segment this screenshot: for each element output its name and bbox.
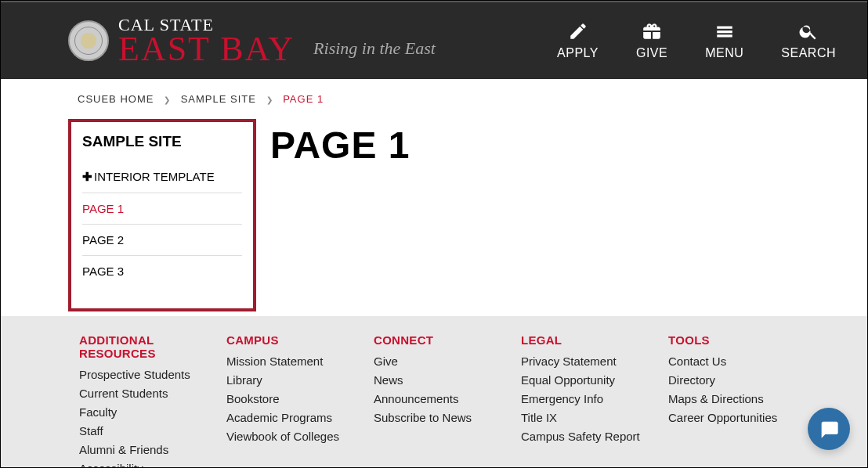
- tagline: Rising in the East: [313, 38, 436, 59]
- chat-icon: [818, 418, 840, 440]
- footer-link[interactable]: Announcements: [374, 392, 497, 405]
- logo-area[interactable]: CAL STATE EAST BAY Rising in the East: [68, 16, 557, 65]
- sidebar-item-label: PAGE 1: [82, 202, 124, 215]
- footer-col-title: ADDITIONAL RESOURCES: [79, 333, 203, 360]
- footer-col-title: LEGAL: [521, 333, 645, 347]
- search-icon: [798, 21, 819, 41]
- page-content: CSUEB HOME ❯ SAMPLE SITE ❯ PAGE 1 SAMPLE…: [1, 79, 867, 311]
- logo-main-line: EAST BAY: [118, 34, 295, 65]
- footer-col-title: CAMPUS: [226, 333, 350, 347]
- apply-button[interactable]: APPLY: [557, 21, 599, 60]
- footer-link[interactable]: Give: [374, 355, 497, 368]
- logo-text: CAL STATE EAST BAY: [118, 16, 295, 65]
- footer-link[interactable]: Library: [226, 373, 350, 387]
- footer-link[interactable]: Subscribe to News: [374, 411, 497, 424]
- site-footer: ADDITIONAL RESOURCES Prospective Student…: [1, 316, 867, 468]
- footer-col-additional-resources: ADDITIONAL RESOURCES Prospective Student…: [79, 333, 226, 468]
- sidebar-list: ✚INTERIOR TEMPLATE PAGE 1 PAGE 2 PAGE 3: [82, 161, 242, 286]
- plus-icon: ✚: [82, 170, 92, 183]
- footer-col-legal: LEGAL Privacy Statement Equal Opportunit…: [521, 333, 668, 468]
- search-label: SEARCH: [781, 46, 836, 59]
- chevron-right-icon: ❯: [164, 95, 171, 104]
- breadcrumb-current: PAGE 1: [283, 93, 324, 105]
- footer-link[interactable]: Campus Safety Report: [521, 430, 645, 443]
- footer-link[interactable]: Staff: [79, 424, 203, 437]
- site-header: CAL STATE EAST BAY Rising in the East AP…: [1, 1, 867, 79]
- footer-link[interactable]: Directory: [668, 373, 792, 387]
- give-button[interactable]: GIVE: [636, 21, 667, 60]
- chat-widget-button[interactable]: [808, 408, 850, 450]
- footer-link[interactable]: Prospective Students: [79, 368, 203, 381]
- pencil-icon: [568, 21, 588, 41]
- footer-col-campus: CAMPUS Mission Statement Library Booksto…: [226, 333, 374, 468]
- footer-col-title: TOOLS: [668, 333, 792, 347]
- footer-link[interactable]: Academic Programs: [226, 411, 350, 424]
- footer-link[interactable]: Current Students: [79, 387, 203, 400]
- footer-link[interactable]: Viewbook of Colleges: [226, 430, 350, 443]
- breadcrumb-home[interactable]: CSUEB HOME: [78, 93, 154, 105]
- footer-link[interactable]: Alumni & Friends: [79, 443, 203, 456]
- hamburger-icon: [714, 21, 735, 41]
- footer-link[interactable]: Accessibility: [79, 462, 203, 468]
- footer-col-connect: CONNECT Give News Announcements Subscrib…: [374, 333, 521, 468]
- header-nav: APPLY GIVE MENU SEARCH: [557, 21, 836, 60]
- gift-icon: [642, 21, 662, 41]
- sidebar-item-label: PAGE 2: [82, 233, 124, 247]
- footer-link[interactable]: Maps & Directions: [668, 392, 792, 405]
- apply-label: APPLY: [557, 46, 599, 59]
- footer-link[interactable]: Title IX: [521, 411, 645, 424]
- footer-link[interactable]: Career Opportunities: [668, 411, 792, 424]
- breadcrumb-site[interactable]: SAMPLE SITE: [181, 93, 256, 105]
- chevron-right-icon: ❯: [266, 95, 273, 104]
- sidebar-item-label: INTERIOR TEMPLATE: [94, 170, 215, 183]
- footer-link[interactable]: Contact Us: [668, 355, 792, 368]
- footer-link[interactable]: Emergency Info: [521, 392, 645, 405]
- footer-col-title: CONNECT: [374, 333, 497, 347]
- footer-link[interactable]: News: [374, 373, 497, 387]
- sidebar-item-page-2[interactable]: PAGE 2: [82, 225, 242, 256]
- footer-link[interactable]: Privacy Statement: [521, 355, 645, 368]
- footer-col-tools: TOOLS Contact Us Directory Maps & Direct…: [668, 333, 816, 468]
- search-button[interactable]: SEARCH: [781, 21, 836, 60]
- menu-button[interactable]: MENU: [705, 21, 743, 60]
- sidebar-item-page-3[interactable]: PAGE 3: [82, 256, 242, 286]
- page-title: PAGE 1: [270, 124, 410, 167]
- university-seal-icon: [68, 20, 109, 61]
- footer-link[interactable]: Faculty: [79, 405, 203, 419]
- footer-link[interactable]: Mission Statement: [226, 355, 350, 368]
- breadcrumb: CSUEB HOME ❯ SAMPLE SITE ❯ PAGE 1: [78, 93, 867, 105]
- sidebar-item-label: PAGE 3: [82, 265, 124, 278]
- footer-link[interactable]: Equal Opportunity: [521, 373, 645, 387]
- menu-label: MENU: [705, 46, 743, 59]
- give-label: GIVE: [636, 46, 667, 59]
- footer-link[interactable]: Bookstore: [226, 392, 350, 405]
- sidebar-title: SAMPLE SITE: [82, 133, 242, 150]
- sidebar-item-page-1[interactable]: PAGE 1: [82, 193, 242, 225]
- sidebar-item-interior-template[interactable]: ✚INTERIOR TEMPLATE: [82, 161, 242, 193]
- sidebar-nav: SAMPLE SITE ✚INTERIOR TEMPLATE PAGE 1 PA…: [68, 119, 256, 311]
